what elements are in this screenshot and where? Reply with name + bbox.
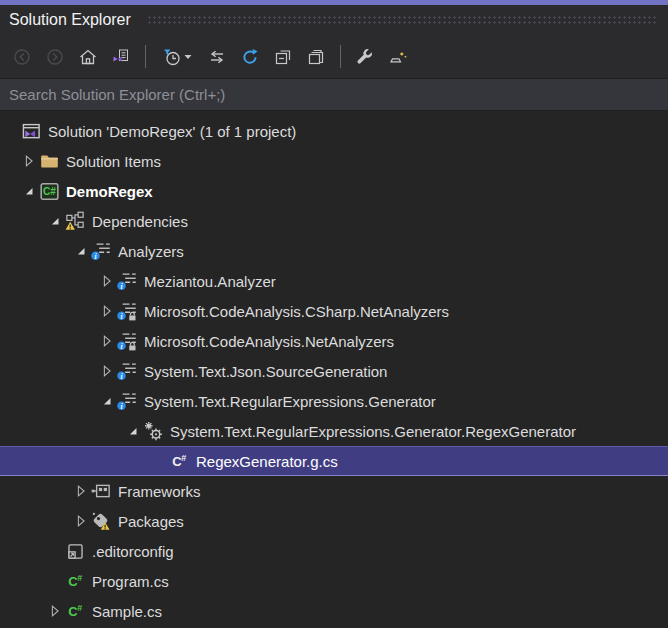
tree-item-editorconfig[interactable]: .editorconfig bbox=[0, 536, 668, 566]
tree-item-label: DemoRegex bbox=[66, 183, 153, 200]
toolbar-separator bbox=[340, 45, 341, 68]
tree-item-label: Packages bbox=[118, 513, 184, 530]
chevron-spacer bbox=[46, 573, 64, 589]
preview-selected-items-button[interactable] bbox=[384, 43, 412, 70]
tree-item-label: Solution Items bbox=[66, 153, 161, 170]
csharp-project-icon: C# bbox=[38, 181, 60, 201]
chevron-spacer bbox=[46, 543, 64, 559]
home-icon bbox=[79, 48, 97, 66]
solution-tree: Solution 'DemoRegex' (1 of 1 project)Sol… bbox=[0, 111, 668, 628]
sync-with-active-document-icon bbox=[208, 48, 226, 66]
editorconfig-icon bbox=[64, 541, 86, 561]
drag-handle[interactable] bbox=[147, 15, 658, 26]
chevron-spacer bbox=[2, 123, 20, 139]
tree-item-packages[interactable]: Packages bbox=[0, 506, 668, 536]
tree-item-system-text-regularexpressions-generator[interactable]: iSystem.Text.RegularExpressions.Generato… bbox=[0, 386, 668, 416]
chevron-spacer bbox=[150, 453, 168, 469]
tree-item-label: Frameworks bbox=[118, 483, 201, 500]
frameworks-icon bbox=[90, 481, 112, 501]
tree-item-system-text-json-sourcegeneration[interactable]: iSystem.Text.Json.SourceGeneration bbox=[0, 356, 668, 386]
solution-icon bbox=[20, 121, 42, 141]
csharp-file-icon: C# bbox=[64, 601, 86, 621]
switch-views-button[interactable] bbox=[107, 43, 135, 70]
tree-item-label: Meziantou.Analyzer bbox=[144, 273, 276, 290]
tree-item-microsoft-codeanalysis-netanalyzers[interactable]: iMicrosoft.CodeAnalysis.NetAnalyzers bbox=[0, 326, 668, 356]
toolbar-separator bbox=[145, 45, 146, 68]
chevron-expanded-icon[interactable] bbox=[98, 393, 116, 409]
back-button[interactable] bbox=[8, 43, 36, 70]
analyzer-icon: i bbox=[116, 391, 138, 411]
analyzer-icon: i bbox=[116, 271, 138, 291]
tree-item-label: System.Text.Json.SourceGeneration bbox=[144, 363, 387, 380]
refresh-icon bbox=[241, 48, 259, 66]
tree-item-label: Solution 'DemoRegex' (1 of 1 project) bbox=[48, 123, 296, 140]
chevron-expanded-icon[interactable] bbox=[20, 183, 38, 199]
chevron-collapsed-icon[interactable] bbox=[98, 363, 116, 379]
forward-icon bbox=[46, 48, 64, 66]
chevron-collapsed-icon[interactable] bbox=[98, 273, 116, 289]
tree-item-regexgenerator-g-cs[interactable]: C#RegexGenerator.g.cs bbox=[0, 446, 668, 476]
tree-item-label: RegexGenerator.g.cs bbox=[196, 453, 338, 470]
refresh-button[interactable] bbox=[236, 43, 264, 70]
home-button[interactable] bbox=[74, 43, 102, 70]
chevron-expanded-icon[interactable] bbox=[46, 213, 64, 229]
chevron-collapsed-icon[interactable] bbox=[72, 513, 90, 529]
pending-changes-filter-button[interactable] bbox=[156, 43, 198, 70]
analyzer-icon: i bbox=[116, 361, 138, 381]
panel-titlebar: Solution Explorer bbox=[0, 5, 668, 35]
pending-changes-filter-icon bbox=[163, 48, 181, 66]
packages-warning-icon bbox=[90, 511, 112, 531]
chevron-collapsed-icon[interactable] bbox=[46, 603, 64, 619]
dependencies-warning-icon bbox=[64, 211, 86, 231]
tree-item-label: Dependencies bbox=[92, 213, 188, 230]
chevron-collapsed-icon[interactable] bbox=[20, 153, 38, 169]
properties-icon bbox=[356, 48, 374, 66]
tree-item-demoregex[interactable]: C#DemoRegex bbox=[0, 176, 668, 206]
tree-item-label: Sample.cs bbox=[92, 603, 162, 620]
chevron-collapsed-icon[interactable] bbox=[98, 303, 116, 319]
analyzer-lock-icon: i bbox=[116, 301, 138, 321]
tree-item-system-text-regularexpressions-generator-regex[interactable]: System.Text.RegularExpressions.Generator… bbox=[0, 416, 668, 446]
tree-item-label: Analyzers bbox=[118, 243, 184, 260]
tree-item-label: System.Text.RegularExpressions.Generator bbox=[144, 393, 436, 410]
forward-button[interactable] bbox=[41, 43, 69, 70]
csharp-file-light-icon: C# bbox=[168, 451, 190, 471]
tree-item-frameworks[interactable]: Frameworks bbox=[0, 476, 668, 506]
chevron-collapsed-icon[interactable] bbox=[98, 333, 116, 349]
tree-item-analyzers[interactable]: iAnalyzers bbox=[0, 236, 668, 266]
analyzer-lock-icon: i bbox=[116, 331, 138, 351]
chevron-collapsed-icon[interactable] bbox=[72, 483, 90, 499]
generator-gears-icon bbox=[142, 421, 164, 441]
collapse-all-icon bbox=[274, 48, 292, 66]
tree-item-label: Microsoft.CodeAnalysis.CSharp.NetAnalyze… bbox=[144, 303, 449, 320]
analyzer-icon: i bbox=[90, 241, 112, 261]
tree-item-label: Program.cs bbox=[92, 573, 169, 590]
properties-button[interactable] bbox=[351, 43, 379, 70]
tree-item-sample-cs[interactable]: C#Sample.cs bbox=[0, 596, 668, 626]
tree-item-program-cs[interactable]: C#Program.cs bbox=[0, 566, 668, 596]
tree-item-solution-demoregex-1-of-1-project[interactable]: Solution 'DemoRegex' (1 of 1 project) bbox=[0, 116, 668, 146]
toolbar bbox=[0, 35, 668, 78]
chevron-expanded-icon[interactable] bbox=[124, 423, 142, 439]
tree-item-label: System.Text.RegularExpressions.Generator… bbox=[170, 423, 576, 440]
back-icon bbox=[13, 48, 31, 66]
chevron-expanded-icon[interactable] bbox=[72, 243, 90, 259]
search-input[interactable] bbox=[0, 86, 668, 103]
search-band bbox=[0, 78, 668, 111]
svg-text:C#: C# bbox=[43, 186, 56, 197]
preview-selected-items-icon bbox=[389, 48, 407, 66]
csharp-file-icon: C# bbox=[64, 571, 86, 591]
tree-item-dependencies[interactable]: Dependencies bbox=[0, 206, 668, 236]
collapse-all-button[interactable] bbox=[269, 43, 297, 70]
tree-item-label: Microsoft.CodeAnalysis.NetAnalyzers bbox=[144, 333, 394, 350]
panel-title: Solution Explorer bbox=[9, 11, 131, 29]
show-all-files-button[interactable] bbox=[302, 43, 330, 70]
tree-item-microsoft-codeanalysis-csharp-netanalyzers[interactable]: iMicrosoft.CodeAnalysis.CSharp.NetAnalyz… bbox=[0, 296, 668, 326]
sync-with-active-document-button[interactable] bbox=[203, 43, 231, 70]
dropdown-caret-icon bbox=[184, 54, 192, 60]
tree-item-label: .editorconfig bbox=[92, 543, 174, 560]
switch-views-icon bbox=[112, 48, 130, 66]
tree-item-solution-items[interactable]: Solution Items bbox=[0, 146, 668, 176]
show-all-files-icon bbox=[307, 48, 325, 66]
tree-item-meziantou-analyzer[interactable]: iMeziantou.Analyzer bbox=[0, 266, 668, 296]
